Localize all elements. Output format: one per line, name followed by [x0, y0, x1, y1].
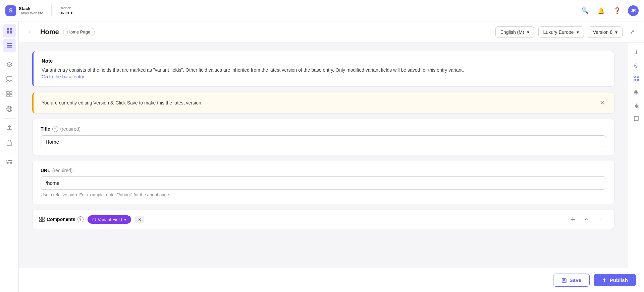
sidebar-item-layout[interactable]	[3, 73, 16, 86]
svg-point-33	[637, 79, 639, 81]
variant-chevron-icon: ▾	[124, 217, 126, 222]
svg-rect-41	[563, 278, 565, 280]
components-bar-actions: ···	[568, 214, 607, 225]
notification-button[interactable]: 🔔	[596, 5, 606, 16]
nav-brand: Stack Travel Website	[19, 6, 43, 15]
shapes-panel-button[interactable]	[630, 99, 642, 111]
bottom-bar: Save Publish	[19, 268, 644, 292]
search-button[interactable]: 🔍	[580, 5, 590, 16]
url-field-label: URL (required)	[41, 168, 606, 173]
variant-icon: ⬡	[92, 217, 96, 222]
svg-rect-5	[7, 45, 12, 46]
svg-rect-10	[7, 91, 9, 94]
warning-close-button[interactable]: ✕	[598, 98, 606, 108]
publish-button-label: Publish	[610, 277, 628, 283]
language-selector[interactable]: English (M) ▾	[495, 26, 534, 38]
svg-rect-12	[7, 94, 9, 97]
brand-sub: Travel Website	[19, 11, 43, 15]
url-section: URL (required) Use a relative path. For …	[32, 161, 614, 204]
sidebar-item-dashboard[interactable]	[3, 24, 16, 38]
svg-rect-8	[7, 81, 9, 82]
title-section: Title ? (required)	[32, 119, 614, 155]
title-input[interactable]	[41, 135, 606, 148]
sidebar-item-grid[interactable]	[3, 87, 16, 101]
svg-point-32	[634, 79, 635, 81]
title-help-icon[interactable]: ?	[52, 126, 58, 132]
sidebar-item-upload[interactable]	[3, 121, 16, 135]
svg-rect-9	[10, 81, 12, 82]
component-count-badge: 8	[135, 216, 144, 223]
version-selector[interactable]: Version 8 ▾	[588, 26, 623, 38]
frame-panel-button[interactable]	[630, 113, 642, 125]
variant-selector[interactable]: Luxury Europe ▾	[538, 26, 584, 38]
svg-rect-27	[42, 220, 44, 222]
svg-rect-7	[7, 77, 12, 80]
logo-area: S Stack Travel Website	[5, 5, 43, 16]
brand-title: Stack	[19, 6, 43, 11]
logo-icon: S	[5, 5, 16, 16]
back-button[interactable]: ←	[25, 27, 36, 38]
sidebar-item-layers[interactable]	[3, 58, 16, 71]
sidebar-item-settings[interactable]	[3, 155, 16, 168]
save-button[interactable]: Save	[553, 274, 590, 287]
svg-rect-11	[10, 91, 12, 94]
svg-rect-18	[7, 160, 8, 161]
sidebar-divider-3	[4, 152, 15, 152]
svg-rect-17	[7, 142, 12, 145]
page-title: Home	[40, 28, 59, 36]
main-layout: ← Home Home Page English (M) ▾ Luxury Eu…	[0, 21, 644, 292]
version-chevron-icon: ▾	[615, 29, 618, 35]
url-hint: Use a relative path. For example, enter …	[41, 192, 606, 197]
sidebar-item-store[interactable]	[3, 136, 16, 149]
version-label: Version 8	[593, 29, 612, 35]
language-label: English (M)	[500, 29, 524, 35]
url-required: (required)	[52, 168, 73, 173]
url-input[interactable]	[41, 176, 606, 190]
branch-selector[interactable]: Branch main ▾	[60, 6, 73, 15]
publish-button[interactable]: Publish	[594, 274, 636, 286]
content-header: ← Home Home Page English (M) ▾ Luxury Eu…	[19, 21, 644, 43]
user-avatar[interactable]: JR	[628, 5, 639, 16]
header-selectors: English (M) ▾ Luxury Europe ▾ Version 8 …	[495, 26, 637, 38]
radio-panel-button[interactable]: ◉	[630, 86, 642, 98]
svg-rect-21	[10, 162, 12, 163]
svg-rect-25	[42, 217, 44, 219]
warning-text: You are currently editing Version 8. Cli…	[42, 100, 203, 105]
page-tag: Home Page	[63, 28, 95, 36]
transform-panel-button[interactable]	[630, 72, 642, 84]
help-button[interactable]: ❓	[612, 5, 623, 16]
info-panel-button[interactable]: ℹ	[630, 46, 642, 58]
target-panel-button[interactable]: ◎	[630, 59, 642, 71]
components-collapse-icon[interactable]	[581, 214, 592, 225]
right-panel: ℹ ◎ ◉	[628, 43, 644, 268]
components-help-icon[interactable]: ?	[77, 216, 84, 222]
scrollable-content: Note Variant entry consists of the field…	[19, 43, 644, 268]
sidebar-item-globe[interactable]	[3, 102, 16, 116]
svg-rect-3	[10, 31, 12, 33]
svg-point-31	[637, 76, 639, 78]
variant-field-badge[interactable]: ⬡ Variant Field ▾	[88, 215, 131, 224]
svg-rect-13	[10, 94, 12, 97]
components-bar: Components ? ⬡ Variant Field ▾ 8	[32, 210, 614, 229]
svg-rect-0	[7, 28, 9, 30]
components-more-button[interactable]: ···	[594, 214, 607, 225]
note-link[interactable]: Go to the base entry.	[42, 74, 85, 79]
sidebar-divider-2	[4, 118, 15, 119]
svg-rect-35	[634, 117, 638, 121]
note-title: Note	[42, 58, 606, 64]
expand-button[interactable]: ⤢	[627, 27, 637, 38]
components-label: Components ?	[39, 216, 84, 222]
sidebar-divider-1	[4, 55, 15, 55]
branch-value: main ▾	[60, 10, 73, 15]
branch-label: Branch	[60, 6, 73, 10]
top-nav-right: 🔍 🔔 ❓ JR	[580, 5, 639, 16]
svg-point-30	[634, 76, 635, 78]
svg-rect-26	[40, 220, 42, 222]
sidebar-item-list[interactable]	[3, 39, 16, 52]
variant-label: Luxury Europe	[543, 29, 574, 35]
components-add-icon[interactable]	[568, 214, 578, 225]
content-area: ← Home Home Page English (M) ▾ Luxury Eu…	[19, 21, 644, 292]
main-content: Note Variant entry consists of the field…	[19, 43, 628, 268]
top-nav: S Stack Travel Website Branch main ▾ 🔍 🔔…	[0, 0, 644, 21]
nav-divider	[51, 5, 52, 16]
